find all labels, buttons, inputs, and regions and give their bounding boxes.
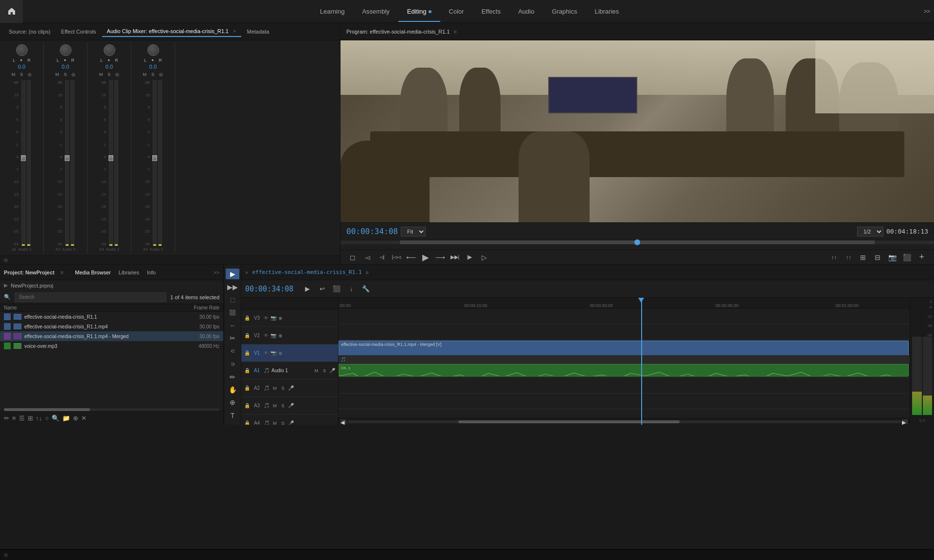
transport-loop-back[interactable]: |◅◅ bbox=[390, 251, 403, 264]
track-v1-lock[interactable]: 🔒 bbox=[244, 350, 250, 356]
track-content-a3[interactable] bbox=[339, 394, 910, 409]
channel-a4-solo[interactable]: S bbox=[150, 72, 156, 77]
track-a1-lock[interactable]: 🔒 bbox=[244, 368, 250, 373]
track-a2-lock[interactable]: 🔒 bbox=[244, 385, 250, 391]
channel-a4-fader-left[interactable] bbox=[153, 80, 157, 246]
channel-a4-fader-right[interactable] bbox=[158, 80, 162, 246]
new-sequence-button[interactable]: ⊕ bbox=[73, 415, 78, 422]
delete-button[interactable]: ✕ bbox=[81, 415, 87, 422]
tab-close-icon[interactable]: × bbox=[233, 28, 236, 34]
timeline-scrollbar-thumb[interactable] bbox=[458, 420, 680, 423]
project-panel-menu[interactable]: ≡ bbox=[60, 270, 63, 275]
transport-stop[interactable]: ◻ bbox=[346, 251, 359, 264]
channel-a2-fader-right[interactable] bbox=[71, 80, 74, 246]
channel-a2-fader-handle[interactable] bbox=[65, 155, 70, 161]
tab-effect-controls[interactable]: Effect Controls bbox=[56, 27, 101, 36]
channel-a3-record[interactable]: ◎ bbox=[114, 72, 121, 77]
icon-view-button[interactable]: ☰ bbox=[19, 415, 25, 422]
transport-step-back[interactable]: ◅ bbox=[361, 251, 374, 264]
program-fit-dropdown[interactable]: Fit bbox=[401, 227, 426, 236]
home-button[interactable] bbox=[0, 0, 23, 23]
media-item-sequence[interactable]: effective-social-media-crisis_R1.1 30.00… bbox=[0, 312, 223, 322]
channel-a4-mute[interactable]: M bbox=[142, 72, 148, 77]
tool-hand[interactable]: ✋ bbox=[226, 384, 239, 395]
channel-a1-fader-left[interactable] bbox=[21, 80, 25, 246]
track-v2-audio[interactable]: 📷 bbox=[270, 333, 276, 338]
transport-lift[interactable]: ↑↑ bbox=[827, 251, 840, 264]
nav-effects[interactable]: Effects bbox=[473, 1, 510, 22]
tool-slide[interactable]: ⊃ bbox=[226, 359, 239, 369]
media-item-merged[interactable]: effective-social-media-crisis_R1.1.mp4 -… bbox=[0, 331, 223, 341]
transport-in[interactable]: ◅| bbox=[376, 251, 388, 264]
track-content-v3[interactable] bbox=[339, 308, 910, 324]
scroll-left-btn[interactable]: ◀ bbox=[341, 419, 346, 424]
track-a2-solo[interactable]: S bbox=[280, 385, 286, 391]
search-button[interactable]: 🔍 bbox=[52, 415, 59, 422]
channel-a1-knob[interactable] bbox=[16, 44, 28, 56]
scroll-right-btn[interactable]: ▶ bbox=[902, 419, 908, 424]
tl-add-marker[interactable]: ▶ bbox=[301, 283, 314, 295]
transport-loop-forward[interactable]: ▶▶| bbox=[449, 251, 461, 264]
program-scrubber[interactable] bbox=[341, 240, 934, 250]
track-a3-lock[interactable]: 🔒 bbox=[244, 403, 250, 408]
track-v1-audio[interactable]: 📷 bbox=[270, 350, 276, 356]
channel-a3-solo[interactable]: S bbox=[106, 72, 112, 77]
tab-libraries[interactable]: Libraries bbox=[119, 270, 139, 275]
timeline-scrollbar[interactable]: ◀ ▶ bbox=[339, 418, 910, 425]
channel-a2-knob[interactable] bbox=[60, 44, 72, 56]
track-a4-mic[interactable]: 🎤 bbox=[288, 420, 294, 425]
channel-a1-mute[interactable]: M bbox=[10, 72, 17, 77]
tab-source[interactable]: Source: (no clips) bbox=[4, 27, 55, 36]
channel-a1-solo[interactable]: S bbox=[18, 72, 24, 77]
tool-text[interactable]: T bbox=[226, 410, 239, 421]
program-quality-dropdown[interactable]: 1/2 bbox=[857, 227, 883, 236]
channel-a1-fader-right[interactable] bbox=[27, 80, 31, 246]
v1-clip[interactable]: effective-social-media-crisis_R1.1.mp4 -… bbox=[339, 341, 909, 356]
program-add-button[interactable]: + bbox=[915, 252, 928, 262]
transport-step-forward[interactable]: ▷ bbox=[478, 251, 490, 264]
track-a4-icon[interactable]: 🎵 bbox=[264, 420, 269, 425]
media-item-mp4[interactable]: effective-social-media-crisis_R1.1.mp4 3… bbox=[0, 322, 223, 331]
project-folder-item[interactable]: ▶ NewProject.prproj bbox=[0, 280, 223, 290]
track-a3-solo[interactable]: S bbox=[280, 403, 286, 409]
nav-graphics[interactable]: Graphics bbox=[543, 1, 586, 22]
timeline-menu-icon[interactable]: ≡ bbox=[366, 270, 369, 275]
track-content-a1[interactable]: 🎵 Ch. 1 bbox=[339, 355, 910, 378]
track-a3-icon[interactable]: 🎵 bbox=[264, 403, 269, 408]
transport-extract[interactable]: ↑↑ bbox=[842, 251, 855, 264]
channel-a3-fader-handle[interactable] bbox=[108, 155, 113, 161]
track-a4-mute[interactable]: M bbox=[271, 420, 278, 425]
channel-a2-fader-left[interactable] bbox=[65, 80, 69, 246]
track-content-a2[interactable] bbox=[339, 378, 910, 394]
channel-a1-record[interactable]: ◎ bbox=[26, 72, 33, 77]
nav-color[interactable]: Color bbox=[440, 1, 473, 22]
tl-settings[interactable]: 🔧 bbox=[359, 283, 372, 295]
tool-track-select[interactable]: ▶▶ bbox=[226, 281, 239, 292]
media-item-voiceover[interactable]: voice-over.mp3 48000 Hz bbox=[0, 341, 223, 351]
tab-media-browser[interactable]: Media Browser bbox=[75, 270, 110, 275]
channel-a3-fader-right[interactable] bbox=[114, 80, 118, 246]
tl-linked[interactable]: ⬛ bbox=[330, 283, 343, 295]
track-v2-eye[interactable]: 👁 bbox=[264, 333, 269, 338]
autoplay-button[interactable]: ○ bbox=[45, 415, 49, 422]
channel-a4-record[interactable]: ◎ bbox=[158, 72, 164, 77]
track-a2-mic[interactable]: 🎤 bbox=[288, 385, 294, 391]
track-a4-lock[interactable]: 🔒 bbox=[244, 420, 250, 425]
track-a3-mute[interactable]: M bbox=[271, 403, 278, 409]
transport-out[interactable]: |▶ bbox=[463, 251, 476, 264]
tab-metadata[interactable]: Metadata bbox=[242, 27, 274, 36]
project-search-input[interactable] bbox=[15, 292, 166, 302]
nav-editing[interactable]: Editing bbox=[398, 1, 440, 22]
timeline-scrollbar-track[interactable] bbox=[347, 420, 901, 423]
track-a1-mute[interactable]: M bbox=[313, 368, 320, 374]
channel-a2-mute[interactable]: M bbox=[54, 72, 61, 77]
channel-a3-fader-left[interactable] bbox=[109, 80, 113, 246]
track-v3-eye[interactable]: 👁 bbox=[264, 315, 269, 321]
nav-more-button[interactable]: >> bbox=[920, 4, 934, 18]
transport-compare[interactable]: ⬛ bbox=[900, 251, 913, 264]
track-v2-lock[interactable]: 🔒 bbox=[244, 333, 250, 338]
track-content-v2[interactable] bbox=[339, 324, 910, 340]
channel-a2-record[interactable]: ◎ bbox=[70, 72, 77, 77]
nav-audio[interactable]: Audio bbox=[509, 1, 543, 22]
tool-select[interactable]: ▶ bbox=[226, 269, 239, 279]
